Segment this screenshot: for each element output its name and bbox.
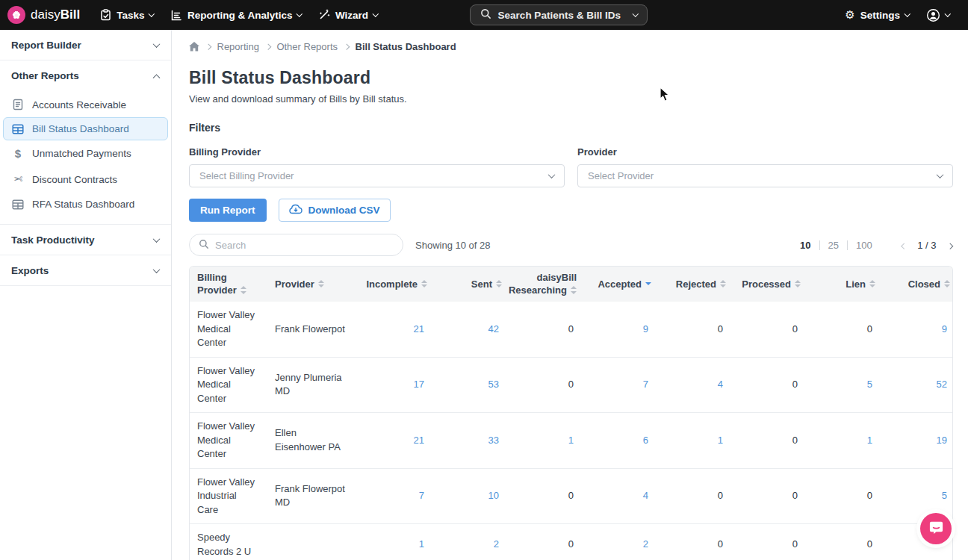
column-label: Provider [275,278,314,290]
nav-reporting-analytics[interactable]: Reporting & Analytics [162,0,310,30]
column-header[interactable]: Rejected [654,267,729,302]
bill-count: 0 [867,538,872,550]
sidebar-item-unmatched-payments[interactable]: $ Unmatched Payments [3,141,168,166]
sidebar-item-bill-status-dashboard[interactable]: Bill Status Dashboard [3,117,168,140]
table-search[interactable] [189,234,403,256]
billing-provider-cell: Flower Valley Medical Center [190,302,267,357]
bill-count-link[interactable]: 7 [419,490,424,501]
bill-count-link[interactable]: 4 [643,490,648,501]
bill-count-link[interactable]: 21 [414,435,424,446]
bill-count-link[interactable]: 4 [718,379,723,390]
chevron-down-icon [944,11,950,17]
nav-tasks[interactable]: Tasks [92,0,162,30]
bill-count-link[interactable]: 2 [494,538,499,550]
column-header[interactable]: Processed [729,267,804,302]
nav-account[interactable] [918,0,958,30]
brand-bill: Bill [60,7,80,22]
bill-count-link[interactable]: 53 [488,379,499,390]
sidebar-section-task-productivity[interactable]: Task Productivity [0,225,171,255]
run-report-button[interactable]: Run Report [189,199,267,222]
breadcrumb-other-reports[interactable]: Other Reports [276,41,338,52]
cloud-download-icon [289,204,302,217]
bill-count-link[interactable]: 21 [414,323,424,335]
sidebar-section-other-reports[interactable]: Other Reports [0,60,171,90]
user-avatar-icon [926,8,940,22]
bill-count-link[interactable]: 19 [937,435,947,446]
nav-search[interactable]: Search Patients & Bill IDs [470,4,648,25]
sidebar-section-exports[interactable]: Exports [0,255,171,285]
column-header[interactable]: daisyBillResearching [505,267,580,302]
bill-count-link[interactable]: 5 [942,490,947,501]
chat-bubble-icon [928,520,944,538]
sidebar-item-rfa-status-dashboard[interactable]: RFA Status Dashboard [3,193,168,216]
sidebar-section-report-builder[interactable]: Report Builder [0,30,171,60]
bill-count-link[interactable]: 42 [488,323,499,335]
page-size-10[interactable]: 10 [800,240,810,251]
nav-reporting-label: Reporting & Analytics [187,10,293,21]
column-header[interactable]: BillingProvider [190,267,267,302]
next-page-button[interactable] [946,240,954,251]
bill-count-link[interactable]: 33 [488,435,499,446]
bill-count-link[interactable]: 2 [643,538,648,550]
bill-count-link[interactable]: 1 [718,435,723,446]
bill-count-link[interactable]: 7 [643,379,648,390]
daisybill-flower-icon: ✿ [7,6,25,24]
bill-count: 0 [792,379,798,390]
page-size-25[interactable]: 25 [828,240,839,251]
bill-count-link[interactable]: 5 [867,379,872,390]
nav-search-label: Search Patients & Bill IDs [498,10,621,21]
column-header[interactable]: Incomplete [356,267,430,302]
bill-count-link[interactable]: 1 [568,435,574,446]
sidebar-item-accounts-receivable[interactable]: Accounts Receivable [3,93,168,116]
column-label: Processed [742,278,791,290]
home-icon[interactable] [189,42,199,52]
sort-icon[interactable] [944,280,950,288]
column-header[interactable]: Closed [878,267,953,302]
bill-count-link[interactable]: 17 [414,379,424,390]
page-size-100[interactable]: 100 [856,240,872,251]
column-header[interactable]: Accepted [580,267,654,302]
column-header[interactable]: Lien [804,267,878,302]
sort-icon[interactable] [571,286,577,294]
bill-count: 0 [718,323,723,335]
billing-provider-cell: Speedy Records 2 U [190,524,267,560]
bill-count-link[interactable]: 1 [419,538,424,550]
table-body: Flower Valley Medical CenterFrank Flower… [190,302,953,560]
breadcrumb-reporting[interactable]: Reporting [217,41,259,52]
column-header[interactable]: Provider [267,267,356,302]
column-header[interactable]: Sent [430,267,505,302]
sort-icon[interactable] [318,280,324,288]
nav-wizard[interactable]: Wizard [310,0,386,30]
bill-count-link[interactable]: 9 [643,323,648,335]
bill-count-link[interactable]: 10 [488,490,499,501]
bill-count-link[interactable]: 52 [937,379,947,390]
bill-count-link[interactable]: 1 [867,435,872,446]
previous-page-button[interactable] [901,240,908,251]
provider-select[interactable]: Select Provider [577,164,953,187]
document-icon [11,99,25,111]
billing-provider-select[interactable]: Select Billing Provider [189,164,565,187]
sort-icon[interactable] [241,286,246,294]
billing-provider-cell: Flower Valley Medical Center [190,357,267,413]
filters-heading: Filters [189,122,953,134]
sort-icon[interactable] [496,280,502,288]
bill-count-link[interactable]: 6 [643,435,648,446]
sort-icon[interactable] [720,280,726,288]
download-csv-button[interactable]: Download CSV [279,199,391,222]
action-buttons: Run Report Download CSV [189,199,953,222]
sort-icon[interactable] [869,280,875,288]
table-search-input[interactable] [215,240,394,251]
sidebar-item-discount-contracts[interactable]: ✂ Discount Contracts [3,167,168,192]
bill-count: 0 [792,435,798,446]
bill-count-link[interactable]: 9 [942,323,947,335]
search-icon [199,239,209,252]
chevron-up-icon [153,74,161,81]
bill-count: 0 [792,323,798,335]
chat-widget-button[interactable] [920,513,952,544]
nav-settings[interactable]: ⚙ Settings [837,0,917,30]
sort-icon[interactable] [421,280,427,288]
chevron-down-icon [297,11,302,17]
sort-icon[interactable] [795,280,801,288]
brand-logo[interactable]: ✿ daisyBill [7,6,80,24]
sort-desc-icon[interactable] [645,282,651,285]
